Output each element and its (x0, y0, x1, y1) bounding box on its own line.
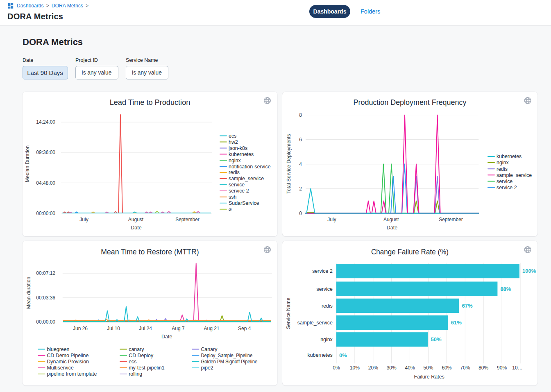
svg-text:redis: redis (322, 303, 333, 309)
svg-text:0%: 0% (333, 365, 340, 371)
svg-text:10…: 10… (512, 365, 522, 371)
svg-text:kubernetes: kubernetes (307, 352, 332, 358)
svg-text:09:36:00: 09:36:00 (36, 150, 55, 155)
svg-text:redis: redis (497, 166, 508, 172)
svg-text:2: 2 (299, 186, 302, 192)
svg-text:⌀: ⌀ (229, 206, 231, 212)
svg-text:Total Service Deployments: Total Service Deployments (286, 134, 292, 194)
svg-text:00:00:00: 00:00:00 (36, 211, 55, 216)
svg-text:August: August (128, 217, 144, 222)
svg-text:00:00:00: 00:00:00 (36, 319, 55, 325)
svg-text:14:24:00: 14:24:00 (36, 119, 55, 125)
svg-text:30%: 30% (387, 365, 397, 371)
svg-text:September: September (175, 217, 200, 222)
svg-text:my-test-pipelin1: my-test-pipelin1 (129, 365, 165, 371)
svg-text:service 2: service 2 (229, 188, 249, 194)
svg-text:Jul 10: Jul 10 (107, 326, 120, 331)
svg-text:kubernetes: kubernetes (497, 154, 522, 159)
svg-text:ssh: ssh (229, 194, 236, 200)
svg-text:notification-service: notification-service (229, 164, 271, 170)
svg-text:service: service (229, 182, 245, 188)
svg-text:Multiservice: Multiservice (47, 365, 74, 371)
svg-text:sample_service: sample_service (229, 176, 264, 181)
svg-text:67%: 67% (462, 303, 473, 309)
svg-text:hw2: hw2 (229, 139, 238, 145)
svg-text:ecs: ecs (129, 359, 136, 365)
svg-text:8: 8 (299, 112, 302, 118)
svg-text:4: 4 (299, 161, 302, 167)
svg-text:bluegreen: bluegreen (47, 347, 69, 352)
svg-text:SudarService: SudarService (229, 200, 259, 206)
svg-text:00:07:12: 00:07:12 (36, 270, 55, 276)
svg-text:50%: 50% (431, 336, 442, 342)
svg-text:json-k8s: json-k8s (228, 145, 247, 151)
svg-text:04:48:00: 04:48:00 (36, 180, 55, 186)
svg-text:Aug 21: Aug 21 (204, 326, 220, 331)
svg-text:88%: 88% (500, 286, 511, 292)
svg-text:Lead Time to Production: Lead Time to Production (110, 98, 190, 106)
svg-text:July: July (327, 217, 336, 222)
svg-text:Golden PM Signoff Pipeline: Golden PM Signoff Pipeline (201, 359, 257, 365)
svg-text:July: July (79, 217, 88, 222)
svg-text:Failure Rates: Failure Rates (414, 374, 444, 380)
svg-text:40%: 40% (405, 365, 415, 371)
svg-text:service: service (317, 286, 333, 292)
svg-text:kubernetes: kubernetes (229, 152, 254, 157)
svg-text:redis: redis (229, 170, 240, 175)
svg-text:70%: 70% (460, 365, 470, 371)
svg-text:Service Name: Service Name (286, 297, 291, 329)
svg-text:sample_service: sample_service (297, 320, 333, 326)
svg-text:Date: Date (161, 334, 172, 340)
svg-text:Sep 4: Sep 4 (238, 326, 251, 331)
svg-text:20%: 20% (368, 365, 378, 371)
svg-text:nginx: nginx (320, 337, 333, 342)
svg-text:0: 0 (299, 211, 302, 216)
svg-text:Mean duration: Mean duration (26, 277, 32, 309)
svg-text:Date: Date (131, 225, 141, 231)
svg-text:80%: 80% (478, 365, 488, 371)
svg-text:canary: canary (129, 347, 144, 352)
svg-text:August: August (383, 217, 399, 222)
svg-text:Date: Date (387, 225, 397, 231)
svg-text:Production Deployment Frequenc: Production Deployment Frequency (354, 98, 467, 106)
svg-text:61%: 61% (451, 319, 462, 326)
svg-text:Deploy_Sample_Pipeline: Deploy_Sample_Pipeline (201, 353, 252, 358)
svg-text:100%: 100% (522, 268, 536, 274)
svg-text:Jul 24: Jul 24 (139, 326, 152, 331)
svg-text:90%: 90% (497, 365, 507, 371)
svg-text:00:03:36: 00:03:36 (36, 295, 55, 301)
svg-text:sample_service: sample_service (497, 172, 532, 178)
svg-text:Jun 26: Jun 26 (73, 326, 88, 331)
svg-text:10%: 10% (350, 365, 360, 371)
svg-text:pipeline from template: pipeline from template (47, 371, 97, 377)
svg-text:CD Deploy: CD Deploy (129, 353, 154, 358)
svg-text:ecs: ecs (229, 133, 236, 139)
svg-text:Dynamic Provision: Dynamic Provision (47, 359, 89, 365)
svg-text:service 2: service 2 (497, 185, 517, 190)
svg-text:Median Duration: Median Duration (25, 145, 30, 182)
svg-text:0%: 0% (339, 352, 347, 358)
svg-text:rolling: rolling (129, 371, 142, 377)
svg-text:CD Demo Pipeline: CD Demo Pipeline (47, 353, 88, 358)
svg-text:50%: 50% (423, 365, 433, 371)
svg-text:service 2: service 2 (312, 268, 333, 274)
svg-text:service: service (497, 179, 512, 184)
svg-text:pipe2: pipe2 (201, 365, 213, 371)
svg-text:Mean Time to Restore (MTTR): Mean Time to Restore (MTTR) (101, 247, 199, 256)
svg-text:September: September (439, 217, 463, 222)
svg-text:Canary: Canary (201, 347, 218, 352)
svg-text:nginx: nginx (229, 158, 241, 163)
svg-text:nginx: nginx (497, 160, 509, 165)
svg-text:6: 6 (299, 137, 302, 143)
svg-text:60%: 60% (442, 365, 451, 371)
svg-text:Change Failure Rate (%): Change Failure Rate (%) (371, 247, 449, 256)
svg-text:Aug 7: Aug 7 (172, 326, 185, 331)
